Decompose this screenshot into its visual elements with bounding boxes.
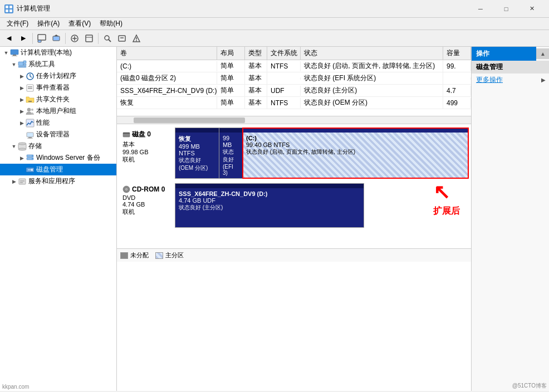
more-actions-link[interactable]: 更多操作 [472,74,538,86]
legend-unalloc-label: 未分配 [130,251,149,259]
more-actions-row: 更多操作 ▶ [472,74,549,86]
td-fs-1 [267,77,301,80]
th-layout[interactable]: 布局 [217,47,245,60]
svg-rect-3 [9,9,12,12]
svg-rect-11 [86,35,92,42]
toolbar-back[interactable]: ◀ [2,32,16,45]
tree-label-computer: 计算机管理(本地) [21,48,72,57]
hscroll-thumb[interactable] [134,117,245,123]
toolbar-btn6[interactable] [115,32,129,45]
cdrom-part0-status: 状态良好 (主分区) [179,204,360,212]
cdrom-status: 联机 [122,208,171,216]
svg-rect-30 [27,85,33,91]
svg-rect-26 [18,66,26,67]
window-controls: ─ □ ✕ [468,0,545,18]
part2-label: (C:) [246,135,464,141]
toolbar-btn4[interactable] [82,32,96,45]
content-area: 卷 布局 类型 文件系统 状态 容量 (C:) 简单 基本 NTFS 状态良好 … [117,47,549,391]
th-status[interactable]: 状态 [301,47,443,60]
storage-icon [18,142,27,151]
td-layout-1: 简单 [217,72,245,84]
tree-item-device-mgr[interactable]: 设备管理器 [0,129,116,140]
legend-primary-label: 主分区 [165,251,184,259]
toolbar-up[interactable] [35,32,48,45]
actions-collapse[interactable]: ▲ [536,48,549,59]
tree-item-performance[interactable]: ▶ 性能 [0,117,116,129]
tree-item-services[interactable]: ▶ 服务和应用程序 [0,175,116,187]
hscroll[interactable] [117,116,471,124]
toolbar-btn5[interactable] [101,32,114,45]
maximize-button[interactable]: □ [493,0,519,18]
computer-icon [10,48,19,57]
tree-item-computer[interactable]: ▼ 计算机管理(本地) [0,47,116,58]
actions-header: 操作 [472,47,536,61]
right-panel: 卷 布局 类型 文件系统 状态 容量 (C:) 简单 基本 NTFS 状态良好 … [117,47,549,391]
svg-rect-37 [27,133,33,137]
disk-label-1: CD-ROM 0 DVD 4.74 GB 联机 [119,183,175,228]
perf-icon [26,119,35,128]
services-icon [18,177,27,186]
svg-point-41 [18,143,26,145]
table-row[interactable]: 恢复 简单 基本 NTFS 状态良好 (OEM 分区) 499 [117,97,471,109]
toolbar-forward[interactable]: ▶ [17,32,30,45]
toolbar-btn3[interactable] [68,32,81,45]
toolbar: ◀ ▶ [0,30,549,47]
task-icon [26,72,35,81]
annotation-group: ↙ 扩展后 [433,183,460,217]
svg-rect-25 [23,64,26,66]
svg-rect-15 [119,36,125,41]
disk-area-wrapper: 磁盘 0 基本 99.98 GB 联机 恢复 [117,124,471,262]
table-body: (C:) 简单 基本 NTFS 状态良好 (启动, 页面文件, 故障转储, 主分… [117,60,471,116]
td-status-2: 状态良好 (主分区) [301,85,443,96]
th-fs[interactable]: 文件系统 [267,47,301,60]
server-icon [26,154,35,163]
main-area: ▼ 计算机管理(本地) ▼ 系统工具 ▶ 任务计划程序 [0,47,549,391]
toolbar-sep2 [65,33,66,44]
tree-label-system-tools: 系统工具 [28,60,55,69]
folder-icon [26,95,35,104]
td-layout-3: 简单 [217,97,245,109]
arrow-event: ▶ [18,85,26,91]
menu-file[interactable]: 文件(F) [2,18,33,30]
disk0-part-1[interactable]: 99 MB 状态良好 (EFI 3) [219,128,243,178]
tree-item-storage[interactable]: ▼ 存储 [0,140,116,152]
toolbar-btn7[interactable] [130,32,143,45]
tree-item-event-viewer[interactable]: ▶ 事件查看器 [0,82,116,94]
minimize-button[interactable]: ─ [468,0,493,18]
menu-help[interactable]: 帮助(H) [95,18,127,30]
tree-item-disk-mgmt[interactable]: 磁盘管理 [0,164,116,175]
close-button[interactable]: ✕ [519,0,545,18]
menu-view[interactable]: 查看(V) [64,18,95,30]
tree-item-system-tools[interactable]: ▼ 系统工具 [0,58,116,70]
tree-item-windows-server[interactable]: ▶ Windows Server 备份 [0,152,116,164]
more-actions-arrow[interactable]: ▶ [538,76,549,84]
disk0-size: 99.98 GB [122,149,171,155]
svg-rect-36 [26,119,34,127]
tree-item-task-scheduler[interactable]: ▶ 任务计划程序 [0,70,116,82]
cdrom-part-0[interactable]: SSS_X64FRE_ZH-CN_DV9 (D:) 4.74 GB UDF 状态… [175,184,364,227]
tree-item-shared[interactable]: ▶ 共享文件夹 [0,94,116,105]
table-row[interactable]: SSS_X64FRE_ZH-CN_DV9 (D:) 简单 基本 UDF 状态良好… [117,85,471,97]
disk0-part-0[interactable]: 恢复 499 MB NTFS 状态良好 (OEM 分区) [175,128,219,178]
svg-rect-6 [53,36,60,41]
table-row[interactable]: (磁盘0 磁盘分区 2) 简单 基本 状态良好 (EFI 系统分区) [117,72,471,85]
tree-label-users: 本地用户和组 [36,106,76,116]
disk0-name: 磁盘 0 [132,130,151,139]
menu-action[interactable]: 操作(A) [33,18,64,30]
arrow-ws: ▶ [18,155,26,161]
th-type[interactable]: 类型 [245,47,267,60]
disk0-part-2[interactable]: (C:) 99.40 GB NTFS 状态良好 (启动, 页面文件, 故障转储,… [243,128,468,178]
svg-rect-20 [11,50,18,55]
th-volume[interactable]: 卷 [117,47,217,60]
disk-row-0: 磁盘 0 基本 99.98 GB 联机 恢复 [119,128,469,179]
th-cap[interactable]: 容量 [443,47,471,60]
svg-rect-1 [9,6,12,8]
table-row[interactable]: (C:) 简单 基本 NTFS 状态良好 (启动, 页面文件, 故障转储, 主分… [117,60,471,72]
cdrom-type: DVD [122,194,171,201]
disk-label-0: 磁盘 0 基本 99.98 GB 联机 [119,128,175,179]
app-icon [4,4,13,13]
toolbar-btn2[interactable] [50,32,63,45]
tree-item-local-users[interactable]: ▶ 本地用户和组 [0,105,116,117]
part2-status: 状态良好 (启动, 页面文件, 故障转储, 主分区) [246,148,464,156]
disk-area: 磁盘 0 基本 99.98 GB 联机 恢复 [117,124,471,246]
